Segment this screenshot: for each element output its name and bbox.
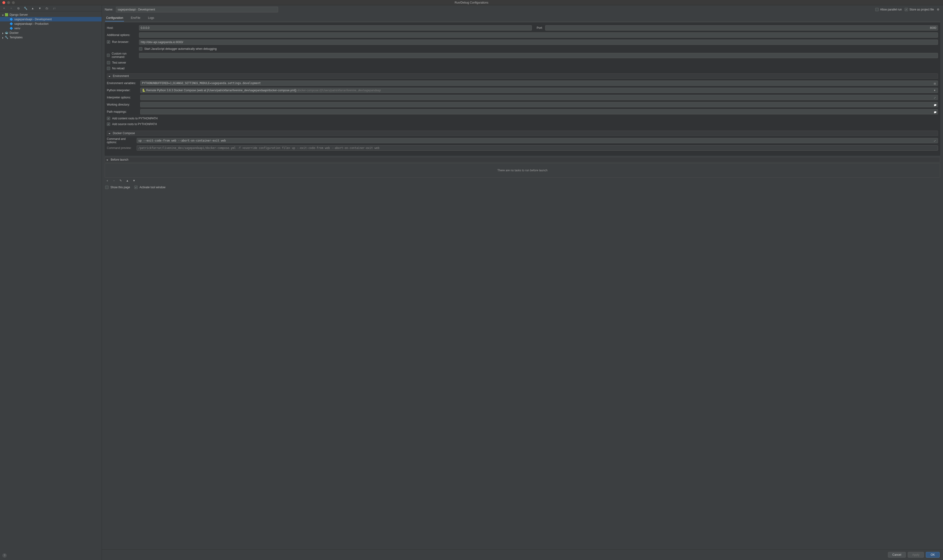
sort-icon[interactable]: ↓↑	[52, 7, 56, 10]
show-page-checkbox[interactable]	[105, 186, 108, 189]
environment-section-header[interactable]: Environment	[107, 73, 938, 78]
host-input[interactable]	[139, 25, 532, 31]
additional-options-label: Additional options:	[107, 33, 137, 37]
up-icon[interactable]: ▲	[126, 179, 129, 182]
sidebar-toolbar: ＋ － ⧉ 🔧 ▲ ▼ 🗀 ↓↑	[0, 5, 102, 11]
before-launch-empty: There are no tasks to run before launch	[497, 169, 547, 172]
before-launch-toolbar: ＋ － ✎ ▲ ▼	[105, 177, 940, 184]
folder-icon[interactable]	[934, 103, 937, 106]
window-title: Run/Debug Configurations	[455, 1, 488, 4]
down-icon[interactable]: ▼	[132, 179, 136, 182]
port-label: Port:	[537, 26, 543, 29]
tab-logs[interactable]: Logs	[147, 15, 155, 22]
tree-label: Templates	[9, 36, 23, 39]
before-launch-section-header[interactable]: Before launch	[105, 157, 940, 162]
allow-parallel-label: Allow parallel run	[880, 8, 902, 11]
chevron-down-icon	[108, 75, 111, 77]
run-browser-checkbox[interactable]	[107, 40, 110, 44]
template-icon: 🔧	[5, 36, 8, 39]
expand-icon[interactable]	[934, 139, 937, 142]
docker-icon: 🐳	[5, 31, 8, 35]
start-js-checkbox[interactable]	[139, 47, 142, 51]
custom-run-input[interactable]	[139, 53, 938, 58]
ok-button[interactable]: OK	[926, 552, 940, 558]
before-launch-tasks: There are no tasks to run before launch	[105, 163, 940, 177]
down-icon[interactable]: ▼	[38, 7, 42, 10]
expand-icon[interactable]	[934, 96, 937, 99]
tab-configuration[interactable]: Configuration	[105, 15, 124, 22]
chevron-right-icon	[2, 32, 4, 34]
add-icon[interactable]: ＋	[2, 7, 6, 10]
gear-icon[interactable]: ⚙	[937, 8, 940, 11]
django-run-icon: 🔷	[9, 22, 13, 26]
django-run-icon: 🔷	[9, 18, 13, 21]
port-input[interactable]	[545, 25, 938, 31]
interp-options-input[interactable]	[140, 95, 938, 100]
working-dir-input[interactable]	[140, 102, 938, 107]
cmd-preview-input	[137, 145, 938, 151]
run-browser-input[interactable]	[139, 40, 938, 45]
source-roots-checkbox[interactable]	[107, 123, 110, 126]
docker-compose-section-header[interactable]: Docker Compose	[107, 131, 938, 136]
environment-section-label: Environment	[113, 74, 129, 78]
working-dir-label: Working directory:	[107, 103, 138, 106]
dialog-footer: Cancel Apply OK	[102, 549, 943, 560]
cancel-button[interactable]: Cancel	[888, 552, 906, 558]
folder-icon[interactable]	[934, 110, 937, 113]
list-icon[interactable]	[934, 82, 937, 85]
no-reload-checkbox[interactable]	[107, 67, 110, 70]
env-vars-input[interactable]	[140, 80, 938, 86]
remove-icon[interactable]: －	[9, 7, 13, 10]
tab-envfile[interactable]: EnvFile	[130, 15, 141, 22]
show-page-label: Show this page	[110, 186, 130, 189]
cmd-options-label: Command and options:	[107, 137, 134, 144]
chevron-down-icon: ▾	[934, 89, 936, 92]
sidebar: ＋ － ⧉ 🔧 ▲ ▼ 🗀 ↓↑ 🟩 Django Server 🔷 sagep…	[0, 5, 102, 560]
docker-compose-section-label: Docker Compose	[113, 132, 135, 135]
remote-icon: 🐍	[142, 89, 145, 92]
tree-item-venv[interactable]: 🔷 venv	[0, 26, 102, 31]
chevron-down-icon	[2, 14, 4, 16]
up-icon[interactable]: ▲	[31, 7, 34, 10]
additional-options-input[interactable]	[139, 32, 938, 38]
test-server-checkbox[interactable]	[107, 61, 110, 65]
store-project-label: Store as project file	[909, 8, 934, 11]
tree-node-templates[interactable]: 🔧 Templates	[0, 35, 102, 40]
test-server-label: Test server	[112, 61, 126, 65]
tree-item-prod[interactable]: 🔷 sagepandaapi - Production	[0, 22, 102, 26]
path-mappings-label: Path mappings:	[107, 110, 138, 114]
remove-icon[interactable]: －	[112, 179, 116, 182]
path-mappings-input[interactable]	[140, 109, 938, 114]
cmd-options-input[interactable]	[137, 138, 938, 143]
tree-item-label: venv	[14, 27, 20, 30]
activate-tool-checkbox[interactable]	[134, 186, 137, 189]
allow-parallel-checkbox[interactable]	[875, 8, 878, 11]
copy-icon[interactable]: ⧉	[17, 7, 20, 10]
edit-icon[interactable]: ✎	[119, 179, 122, 182]
store-project-group[interactable]: Store as project file	[904, 8, 934, 11]
interpreter-label: Python interpreter:	[107, 89, 138, 92]
tree-item-dev[interactable]: 🔷 sagepandaapi - Development	[0, 17, 102, 22]
config-tree: 🟩 Django Server 🔷 sagepandaapi - Develop…	[0, 11, 102, 560]
store-project-checkbox[interactable]	[904, 8, 908, 11]
tree-item-label: sagepandaapi - Production	[14, 22, 48, 26]
tree-node-django[interactable]: 🟩 Django Server	[0, 12, 102, 17]
content-roots-checkbox[interactable]	[107, 117, 110, 120]
name-input[interactable]	[116, 7, 278, 12]
tree-node-docker[interactable]: 🐳 Docker	[0, 31, 102, 35]
minimize-window-button[interactable]	[7, 1, 10, 4]
maximize-window-button[interactable]	[12, 1, 15, 4]
tab-bar: Configuration EnvFile Logs	[105, 15, 940, 22]
close-window-button[interactable]	[2, 1, 5, 4]
allow-parallel-group[interactable]: Allow parallel run	[875, 8, 902, 11]
apply-button[interactable]: Apply	[908, 552, 924, 558]
custom-run-checkbox[interactable]	[107, 54, 110, 57]
wrench-icon[interactable]: 🔧	[24, 7, 27, 10]
django-run-icon: 🔷	[9, 27, 13, 30]
interpreter-dropdown[interactable]: 🐍 Remote Python 3.8.3 Docker Compose (we…	[140, 88, 938, 93]
titlebar: Run/Debug Configurations	[0, 0, 943, 5]
start-js-label: Start JavaScript debugger automatically …	[144, 47, 217, 51]
folder-icon[interactable]: 🗀	[45, 7, 49, 10]
help-button[interactable]: ?	[2, 553, 7, 558]
add-icon[interactable]: ＋	[106, 179, 109, 182]
